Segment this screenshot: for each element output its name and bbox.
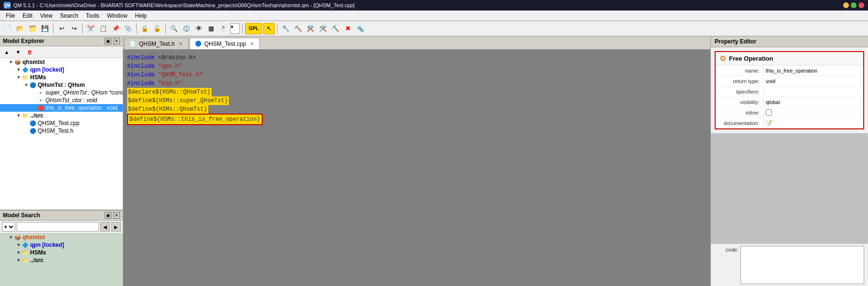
tree-item-qhsmtst-class[interactable]: ▼ 🔵 QHsmTst : QHsm	[0, 81, 123, 89]
expand-src[interactable]: ▼	[15, 112, 22, 119]
prop-doc-value[interactable]: 📝	[763, 119, 863, 127]
expand-qhsmtst[interactable]: ▼	[8, 59, 14, 65]
tab-qhsm-test-cpp[interactable]: 🔵 QHSM_Test.cpp ✕	[190, 38, 260, 49]
redo-button[interactable]: ↪	[68, 23, 80, 34]
include-val-3: "QHSM_Test.h"	[158, 72, 203, 78]
search-tree-qhsmtst[interactable]: ▼ 📦 qhsmtst	[0, 233, 123, 241]
tree-item-hsms[interactable]: ▼ 📁 HSMs	[0, 74, 123, 81]
unlock-button[interactable]: 🔓	[151, 23, 163, 34]
delete-button[interactable]: 🗑	[25, 47, 34, 57]
property-editor-title: Property Editor	[715, 38, 756, 45]
tree-item-h[interactable]: 🔵 QHSM_Test.h	[0, 127, 123, 135]
expand-down-button[interactable]: ▼	[13, 47, 23, 57]
explorer-float-button[interactable]: ▣	[105, 38, 111, 44]
search-next-button[interactable]: ▶	[111, 222, 121, 232]
toolbar-sep-6	[277, 23, 278, 34]
prop-visibility-label: visibility:	[716, 98, 763, 106]
prop-specifiers-value[interactable]	[763, 88, 863, 95]
maximize-button[interactable]	[851, 2, 857, 8]
tool2-button[interactable]: 🔨	[292, 23, 304, 34]
search-float-button[interactable]: ▣	[105, 212, 111, 219]
cursor2-button[interactable]: ↖	[263, 23, 275, 34]
tool6-button[interactable]: ✖	[342, 23, 354, 34]
tree-item-free-op[interactable]: 🔴 this_is_free_operation : void	[0, 104, 123, 112]
close-button[interactable]	[858, 2, 864, 8]
search-button[interactable]: 🔍	[168, 23, 180, 34]
menu-search[interactable]: Search	[56, 11, 82, 20]
tree-item-qhsmtst[interactable]: ▼ 📦 qhsmtst	[0, 58, 123, 66]
model-explorer-tree[interactable]: ▼ 📦 qhsmtst ▼ 🔷 qpn [locked] ▼ 📁 HSMs	[0, 58, 123, 210]
prop-doc-label: documentation:	[716, 119, 763, 127]
eye-button[interactable]: 👁️	[193, 23, 204, 34]
search-tree-src[interactable]: ▼ 📁 ../src	[0, 256, 123, 264]
tool1-button[interactable]: 🔧	[280, 23, 291, 34]
menu-view[interactable]: View	[36, 11, 56, 20]
prop-return-type-value[interactable]	[763, 77, 863, 85]
search-expand-hsms[interactable]: ▼	[15, 249, 22, 256]
tree-item-ctor[interactable]: 🔹 QHsmTst_ctor : void	[0, 96, 123, 104]
view-button[interactable]: ▦	[205, 23, 217, 34]
menu-window[interactable]: Window	[103, 11, 131, 20]
code-editor[interactable]: #include <Arduino.h> #include "qpn.h" #i…	[123, 50, 710, 286]
explorer-close-button[interactable]: ✕	[113, 38, 120, 44]
search-results-tree[interactable]: ▼ 📦 qhsmtst ▼ 🔷 qpn [locked] ▼	[0, 233, 123, 286]
tree-item-super[interactable]: 🔹 super_QHsmTst : QHsm *const	[0, 89, 123, 96]
explorer-header-controls: ▣ ✕	[105, 38, 120, 44]
expand-qhsmtst-class[interactable]: ▼	[23, 82, 30, 88]
tool3-button[interactable]: ⚒️	[305, 23, 316, 34]
zoom-dropdown[interactable]: ▾	[230, 23, 240, 34]
code-highlight-2: $define${HSMs::super_QHsmTst}	[127, 96, 229, 105]
paste-button[interactable]: 📌	[110, 23, 121, 34]
free-op-label: this_is_free_operation : void	[45, 105, 117, 111]
search-input[interactable]	[17, 223, 98, 230]
search-close-button[interactable]: ✕	[113, 212, 120, 219]
paste2-button[interactable]: 📎	[122, 23, 134, 34]
undo-button[interactable]: ↩	[56, 23, 67, 34]
adjust-button[interactable]: ⚖️	[181, 23, 192, 34]
lock-button[interactable]: 🔒	[139, 23, 150, 34]
prop-code-editor[interactable]	[740, 246, 864, 284]
menu-file[interactable]: File	[2, 11, 19, 20]
prop-return-type-input[interactable]	[766, 78, 861, 84]
cut-button[interactable]: ✂️	[85, 23, 96, 34]
expand-hsms[interactable]: ▼	[15, 74, 22, 81]
prop-specifiers-input[interactable]	[766, 89, 861, 95]
tool5-button[interactable]: ⛏️	[330, 23, 341, 34]
cursor-button[interactable]: 🖱️	[218, 23, 229, 34]
expand-up-button[interactable]: ▲	[2, 47, 11, 57]
tool7-button[interactable]: 🔩	[354, 23, 366, 34]
search-prev-button[interactable]: ◀	[100, 222, 110, 232]
search-expand-qpn[interactable]: ▼	[15, 242, 22, 248]
tree-item-cpp[interactable]: 🔵 QHSM_Test.cpp	[0, 119, 123, 127]
prop-name-value[interactable]	[763, 67, 863, 74]
kw-include-2: #include	[127, 63, 155, 70]
menu-help[interactable]: Help	[131, 11, 151, 20]
minimize-button[interactable]	[843, 2, 849, 8]
prop-inline-checkbox[interactable]	[766, 109, 772, 116]
tool4-button[interactable]: 🛠️	[317, 23, 329, 34]
save-button[interactable]: 💾	[39, 23, 51, 34]
search-expand-src[interactable]: ▼	[15, 257, 22, 264]
tree-item-src[interactable]: ▼ 📁 ../src	[0, 112, 123, 119]
menu-edit[interactable]: Edit	[19, 11, 36, 20]
tab-h-close[interactable]: ✕	[178, 41, 183, 46]
search-tree-hsms[interactable]: ▼ 📁 HSMs	[0, 249, 123, 256]
search-hsms-label: HSMs	[30, 249, 46, 256]
search-type-dropdown[interactable]: ▾	[2, 222, 15, 232]
gpl-button[interactable]: GPL	[245, 23, 262, 34]
recent-button[interactable]: 🗂️	[27, 23, 38, 34]
prop-name-input[interactable]	[766, 68, 861, 74]
tree-item-qpn[interactable]: ▼ 🔷 qpn [locked]	[0, 66, 123, 74]
tab-qhsm-test-h[interactable]: 📄 QHSM_Test.h ✕	[124, 38, 189, 49]
copy-button[interactable]: 📋	[97, 23, 109, 34]
search-expand-qhsmtst[interactable]: ▼	[8, 234, 14, 241]
expand-h	[23, 127, 30, 134]
expand-qpn[interactable]: ▼	[15, 66, 22, 73]
tab-cpp-close[interactable]: ✕	[249, 41, 255, 46]
open-button[interactable]: 📂	[14, 23, 26, 34]
prop-inline-value[interactable]	[763, 108, 863, 117]
new-button[interactable]: 📄	[2, 23, 13, 34]
search-tree-qpn[interactable]: ▼ 🔷 qpn [locked]	[0, 241, 123, 249]
explorer-toolbar: ▲ ▼ 🗑	[0, 46, 123, 58]
menu-tools[interactable]: Tools	[82, 11, 103, 20]
